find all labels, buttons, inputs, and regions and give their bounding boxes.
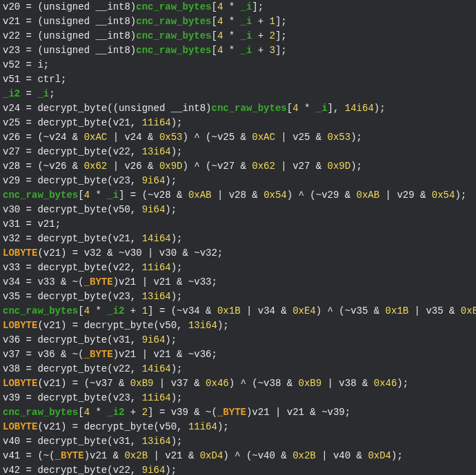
code-line: v32 = decrypt_byte(v21, 14i64); xyxy=(3,232,473,246)
code-token: ; xyxy=(43,59,49,70)
code-token: v23 xyxy=(3,45,20,56)
code-token: ); xyxy=(171,117,183,128)
code-token: _i xyxy=(241,1,252,12)
code-token: ) ^ (~v38 & xyxy=(229,378,299,389)
code-line: v27 = decrypt_byte(v22, 13i64); xyxy=(3,145,473,159)
code-token: ); xyxy=(171,363,183,374)
code-token: _BYTE xyxy=(217,407,246,418)
code-token: = xyxy=(20,146,37,157)
code-token: ; xyxy=(49,88,54,99)
code-token: v35 xyxy=(3,291,20,302)
code-token: cnc_raw_bytes xyxy=(3,190,78,201)
code-line: v36 = decrypt_byte(v31, 9i64); xyxy=(3,333,473,347)
code-token: decrypt_byte xyxy=(37,117,107,128)
code-token: decrypt_byte xyxy=(37,465,107,475)
code-token: = v33 & ~( xyxy=(20,276,83,287)
code-token: * xyxy=(223,1,240,12)
code-line: v39 = decrypt_byte(v23, 11i64); xyxy=(3,391,473,405)
code-token: ctrl xyxy=(37,74,61,85)
code-token: [ xyxy=(78,407,83,418)
code-token: = xyxy=(20,363,37,374)
code-token: ); xyxy=(374,103,386,114)
code-token: = xyxy=(20,291,37,302)
code-token: (unsigned __int8) xyxy=(37,30,136,41)
code-token: [ xyxy=(211,45,217,56)
code-token: v22 xyxy=(3,30,20,41)
code-token: 0xAB xyxy=(357,190,380,201)
code-token: _i2 xyxy=(3,88,20,99)
code-token: cnc_raw_bytes xyxy=(3,305,78,316)
code-token: = xyxy=(20,436,37,447)
code-token: * xyxy=(90,407,107,418)
code-token: v40 xyxy=(3,436,20,447)
code-token: | v34 & xyxy=(241,305,293,316)
code-token: 0xB9 xyxy=(299,378,322,389)
code-token: 4 xyxy=(84,190,90,201)
code-token: _BYTE xyxy=(55,450,84,461)
code-token: _i2 xyxy=(107,407,124,418)
code-token: 13i64 xyxy=(142,436,171,447)
code-token: (v23, xyxy=(107,392,141,403)
code-token: ); xyxy=(397,378,408,389)
code-token: 0x2B xyxy=(124,450,148,461)
code-token: v37 xyxy=(3,349,20,360)
code-token: 9i64 xyxy=(142,465,166,475)
code-token: | v27 & xyxy=(275,161,328,172)
code-token: [ xyxy=(78,305,83,316)
code-line: cnc_raw_bytes[4 * _i2 + 2] = v39 & ~(_BY… xyxy=(3,405,473,420)
code-token: (v22, xyxy=(107,262,141,273)
code-line: v40 = decrypt_byte(v31, 13i64); xyxy=(3,434,473,449)
code-token: 13i64 xyxy=(142,291,171,302)
code-token: ]; xyxy=(275,45,287,56)
code-token: ) ^ (~v35 & xyxy=(316,305,386,316)
code-line: v37 = v36 & ~(_BYTE)v21 | v21 & ~v36; xyxy=(3,347,473,362)
code-token: decrypt_byte xyxy=(37,262,107,273)
code-token: ); xyxy=(391,450,403,461)
code-token: ]; xyxy=(252,1,264,12)
code-token: 0x2B xyxy=(292,450,316,461)
code-token: 0xB9 xyxy=(130,378,154,389)
code-token: 9i64 xyxy=(142,334,166,345)
code-token: = xyxy=(20,45,37,56)
code-line: v41 = (~(_BYTE)v21 & 0x2B | v21 & 0xD4) … xyxy=(3,449,473,463)
code-token: = xyxy=(20,262,37,273)
code-token: * xyxy=(223,16,240,27)
code-line: v30 = decrypt_byte(v50, 9i64); xyxy=(3,203,473,217)
code-token: * xyxy=(223,45,240,56)
code-line: v35 = decrypt_byte(v23, 13i64); xyxy=(3,290,473,304)
code-token: ); xyxy=(165,204,177,215)
code-token: + xyxy=(252,45,269,56)
code-token: (unsigned __int8) xyxy=(37,16,136,27)
code-token: = xyxy=(20,59,37,70)
code-token: [ xyxy=(211,16,217,27)
code-token: _i xyxy=(107,190,119,201)
code-token: v27 xyxy=(3,146,20,157)
code-line: v33 = decrypt_byte(v22, 11i64); xyxy=(3,261,473,275)
code-token: v25 xyxy=(3,117,20,128)
code-token: )v21 | v21 & ~v36; xyxy=(113,349,217,360)
code-line: LOBYTE(v21) = decrypt_byte(v50, 13i64); xyxy=(3,319,473,333)
code-token: v26 xyxy=(3,132,20,143)
code-token: 11i64 xyxy=(188,421,217,432)
code-token: 0x53 xyxy=(328,132,351,143)
code-token: ) ^ (~v40 & xyxy=(223,450,292,461)
code-token: + xyxy=(252,30,269,41)
code-token: 0x1B xyxy=(386,305,409,316)
code-token: (v50, xyxy=(153,421,188,432)
code-token: = xyxy=(20,88,37,99)
code-line: v24 = decrypt_byte((unsigned __int8)cnc_… xyxy=(3,101,473,116)
code-token: 14i64 xyxy=(142,363,171,374)
code-token: v21 xyxy=(3,16,20,27)
code-token: + xyxy=(124,305,141,316)
code-token: _BYTE xyxy=(84,276,113,287)
code-line: v26 = (~v24 & 0xAC | v24 & 0x53) ^ (~v25… xyxy=(3,130,473,145)
code-line: v25 = decrypt_byte(v21, 11i64); xyxy=(3,116,473,130)
code-token: = xyxy=(20,74,37,85)
code-token: 0x9D xyxy=(328,161,351,172)
code-token: | v40 & xyxy=(316,450,368,461)
code-token: v42 xyxy=(3,465,20,475)
code-token: decrypt_byte xyxy=(37,146,107,157)
code-token: 0xD4 xyxy=(200,450,224,461)
code-token: 11i64 xyxy=(142,117,171,128)
code-token: v32 xyxy=(3,233,20,244)
